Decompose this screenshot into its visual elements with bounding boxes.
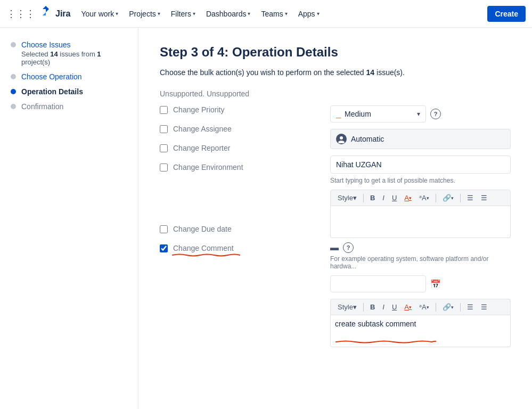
nav-projects[interactable]: Projects ▾ <box>125 6 165 21</box>
underline-button[interactable]: U <box>389 192 399 203</box>
main-layout: Choose Issues Selected 14 issues from 1 … <box>0 28 532 409</box>
underline-button-comment[interactable]: U <box>389 301 399 313</box>
sidebar-item-choose-operation: Choose Operation <box>11 72 127 81</box>
svg-point-0 <box>340 136 343 140</box>
comment-field: Style ▾ B I U A ▾ ᵃA ▾ 🔗 ▾ ☰ ☰ <box>330 299 511 347</box>
chevron-down-icon: ▾ <box>158 11 160 17</box>
checkbox-change-environment: Change Environment <box>160 163 309 171</box>
bold-button[interactable]: B <box>367 192 378 203</box>
color-button[interactable]: A ▾ <box>402 192 414 203</box>
due-date-field: 📅 <box>330 275 511 292</box>
checkbox-comment-label: Change Comment <box>173 244 234 252</box>
environment-helper-text: For example operating system, software p… <box>330 255 511 270</box>
chevron-down-icon: ▾ <box>116 11 118 17</box>
due-date-input[interactable] <box>330 275 426 292</box>
chevron-down-icon: ▾ <box>285 11 288 17</box>
assignee-value: Automatic <box>351 135 384 143</box>
link-button[interactable]: 🔗 ▾ <box>440 192 456 203</box>
separator <box>363 303 364 312</box>
checkbox-list: Change Priority Change Assignee Change R… <box>160 105 309 347</box>
separator <box>460 303 461 312</box>
bold-button-comment[interactable]: B <box>367 301 378 313</box>
step-description: Choose the bulk action(s) you wish to pe… <box>160 68 511 77</box>
priority-help-icon[interactable]: ? <box>430 109 441 119</box>
color-button-comment[interactable]: A ▾ <box>402 301 414 313</box>
environment-help-icon[interactable]: ? <box>343 242 354 253</box>
sidebar-item-operation-details: Operation Details <box>11 87 127 96</box>
font-size-button-comment[interactable]: ᵃA ▾ <box>416 301 432 313</box>
checkbox-change-reporter: Change Reporter <box>160 144 309 152</box>
checkbox-assignee-input[interactable] <box>160 125 168 133</box>
comment-text-content: create subtask comment <box>335 320 416 328</box>
avatar <box>336 134 347 144</box>
grid-icon[interactable]: ⋮⋮⋮ <box>6 8 35 20</box>
style-button-comment[interactable]: Style ▾ <box>335 301 359 313</box>
chevron-down-icon: ▾ <box>317 11 320 17</box>
italic-button-comment[interactable]: I <box>380 301 387 313</box>
form-area: Change Priority Change Assignee Change R… <box>160 105 511 347</box>
step-desc-count: 14 <box>366 68 375 77</box>
environment-icons-row: ▬ ? <box>330 242 511 253</box>
reporter-helper-text: Start typing to get a list of possible m… <box>330 177 511 184</box>
checkbox-change-comment: Change Comment <box>160 244 309 256</box>
logo-text: Jira <box>55 9 70 19</box>
sidebar-item-choose-issues: Choose Issues Selected 14 issues from 1 … <box>11 40 127 66</box>
checkbox-environment-input[interactable] <box>160 163 168 171</box>
sidebar-dot-confirmation <box>11 104 16 109</box>
nav-apps[interactable]: Apps ▾ <box>294 6 324 21</box>
checkbox-environment-label: Change Environment <box>173 163 243 171</box>
nav-apps-label: Apps <box>298 10 315 18</box>
nav-teams[interactable]: Teams ▾ <box>257 6 291 21</box>
sidebar-item-confirmation: Confirmation <box>11 102 127 111</box>
checkbox-comment-input[interactable] <box>160 244 168 252</box>
step-desc-prefix: Choose the bulk action(s) you wish to pe… <box>160 68 366 77</box>
sidebar-label-operation-details: Operation Details <box>21 87 83 96</box>
nav-your-work[interactable]: Your work ▾ <box>77 6 122 21</box>
bullet-list-button-comment[interactable]: ☰ <box>464 301 476 313</box>
checkbox-change-priority: Change Priority <box>160 105 309 114</box>
reporter-input[interactable] <box>330 156 511 174</box>
template-icon[interactable]: ▬ <box>330 243 339 252</box>
priority-dropdown[interactable]: ⎯ Medium ▾ <box>330 105 426 122</box>
nav-your-work-label: Your work <box>81 10 114 18</box>
separator <box>436 303 436 312</box>
nav-filters[interactable]: Filters ▾ <box>167 6 200 21</box>
sidebar-subtext-choose-issues: Selected 14 issues from 1 project(s) <box>21 50 127 66</box>
nav-dashboards[interactable]: Dashboards ▾ <box>202 6 255 21</box>
ordered-list-button[interactable]: ☰ <box>478 192 490 203</box>
style-button[interactable]: Style ▾ <box>335 192 359 203</box>
checkbox-change-due-date: Change Due date <box>160 225 309 233</box>
chevron-icon: ▾ <box>353 303 357 311</box>
assignee-field: Automatic <box>330 129 511 149</box>
calendar-icon[interactable]: 📅 <box>430 279 441 289</box>
bullet-list-button[interactable]: ☰ <box>464 192 476 203</box>
page-title: Step 3 of 4: Operation Details <box>160 45 511 60</box>
environment-text-area[interactable] <box>330 206 511 238</box>
reporter-field: Start typing to get a list of possible m… <box>330 156 511 184</box>
sidebar-link-choose-issues[interactable]: Choose Issues <box>21 40 71 49</box>
red-underline-comment-text <box>335 339 436 343</box>
ordered-list-button-comment[interactable]: ☰ <box>478 301 490 313</box>
create-button[interactable]: Create <box>487 6 526 22</box>
priority-icon: ⎯ <box>336 109 341 119</box>
sidebar-link-choose-operation[interactable]: Choose Operation <box>21 72 82 81</box>
checkbox-change-assignee: Change Assignee <box>160 125 309 133</box>
chevron-icon: ▾ <box>353 194 357 202</box>
checkbox-assignee-label: Change Assignee <box>173 125 232 133</box>
separator <box>436 194 436 202</box>
priority-value: Medium <box>345 110 371 118</box>
checkbox-priority-input[interactable] <box>160 106 168 114</box>
field-panels: ⎯ Medium ▾ ? Automatic <box>330 105 511 347</box>
comment-text-area[interactable]: create subtask comment <box>330 315 511 347</box>
environment-field: Style ▾ B I U A ▾ ᵃA ▾ 🔗 ▾ ☰ ☰ <box>330 190 511 238</box>
svg-point-1 <box>338 141 345 143</box>
comment-toolbar: Style ▾ B I U A ▾ ᵃA ▾ 🔗 ▾ ☰ ☰ <box>330 299 511 315</box>
italic-button[interactable]: I <box>380 192 387 203</box>
link-button-comment[interactable]: 🔗 ▾ <box>440 301 456 313</box>
nav-filters-label: Filters <box>171 10 191 18</box>
checkbox-due-date-input[interactable] <box>160 225 168 233</box>
checkbox-reporter-input[interactable] <box>160 144 168 152</box>
font-size-button[interactable]: ᵃA ▾ <box>416 192 432 203</box>
priority-field-row: ⎯ Medium ▾ ? <box>330 105 511 122</box>
navbar: ⋮⋮⋮ Jira Your work ▾ Projects ▾ Filters … <box>0 0 532 28</box>
